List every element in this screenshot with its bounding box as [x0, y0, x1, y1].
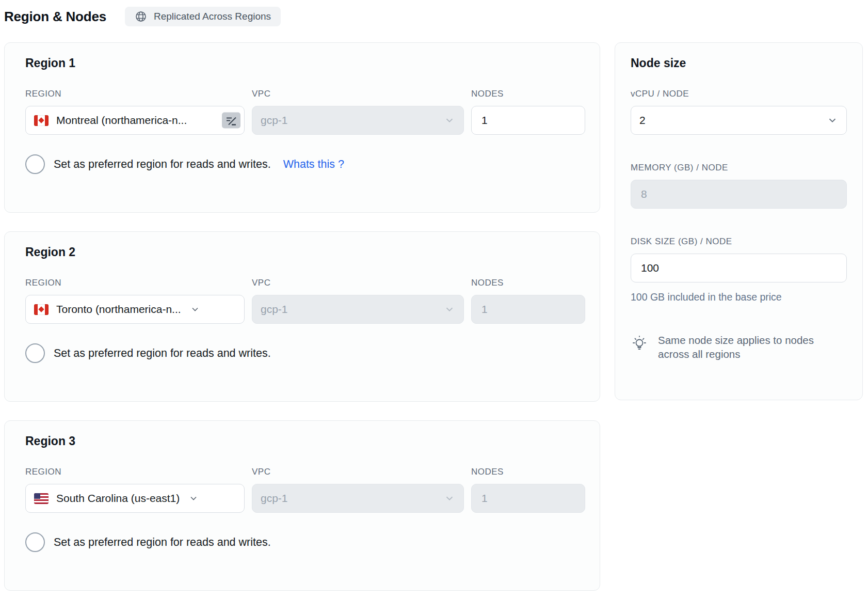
region-2-vpc-value: gcp-1 — [261, 303, 288, 316]
node-size-title: Node size — [631, 56, 847, 70]
canada-flag-icon — [34, 115, 49, 126]
region-2-preferred-label: Set as preferred region for reads and wr… — [54, 347, 271, 360]
region-1-preferred-radio[interactable] — [25, 154, 45, 174]
chevron-down-icon — [188, 493, 199, 503]
region-3-nodes-input — [471, 484, 585, 513]
main-layout: Region 1 REGION Montreal (northamerica-n… — [4, 42, 863, 591]
region-3-title: Region 3 — [25, 434, 584, 448]
chevron-down-icon — [444, 304, 455, 315]
vcpu-field: vCPU / NODE 2 — [631, 89, 847, 135]
page-title: Region & Nodes — [4, 9, 106, 25]
region-field-label: REGION — [25, 467, 245, 477]
vpc-field-label: VPC — [252, 89, 464, 99]
region-1-fields: REGION Montreal (northamerica-n... — [25, 89, 584, 135]
region-2-region-value: Toronto (northamerica-n... — [56, 303, 181, 316]
region-2-title: Region 2 — [25, 245, 584, 259]
chevron-down-icon — [190, 304, 200, 314]
region-2-nodes-field: NODES — [471, 278, 585, 324]
memory-field-label: MEMORY (GB) / NODE — [631, 163, 847, 173]
region-3-preferred-radio[interactable] — [25, 532, 45, 552]
chevron-down-icon — [444, 115, 455, 126]
region-1-region-value: Montreal (northamerica-n... — [56, 114, 187, 127]
region-1-vpc-select: gcp-1 — [252, 106, 464, 135]
vpc-field-label: VPC — [252, 467, 464, 477]
region-3-card: Region 3 REGION South Carolina (us-east1… — [4, 420, 600, 591]
lightbulb-icon — [631, 333, 648, 355]
region-3-vpc-select: gcp-1 — [252, 484, 464, 513]
node-size-tip-text: Same node size applies to nodes across a… — [658, 333, 828, 361]
region-2-preferred-radio[interactable] — [25, 343, 45, 363]
globe-icon — [135, 10, 147, 23]
region-3-region-select[interactable]: South Carolina (us-east1) — [25, 484, 245, 513]
region-1-vpc-field: VPC gcp-1 — [252, 89, 464, 135]
region-3-preferred-row: Set as preferred region for reads and wr… — [25, 532, 584, 552]
region-2-region-select[interactable]: Toronto (northamerica-n... — [25, 295, 245, 324]
region-3-preferred-label: Set as preferred region for reads and wr… — [54, 536, 271, 549]
disk-size-field: DISK SIZE (GB) / NODE 100 GB included in… — [631, 237, 847, 303]
region-3-fields: REGION South Carolina (us-east1) VPC — [25, 467, 584, 513]
region-field-label: REGION — [25, 89, 245, 99]
cursor-artifact-icon — [222, 113, 240, 129]
vpc-field-label: VPC — [252, 278, 464, 288]
memory-field: MEMORY (GB) / NODE — [631, 163, 847, 209]
region-2-preferred-row: Set as preferred region for reads and wr… — [25, 343, 584, 363]
nodes-field-label: NODES — [471, 278, 585, 288]
region-1-region-select[interactable]: Montreal (northamerica-n... — [25, 106, 245, 135]
replication-badge: Replicated Across Regions — [125, 7, 281, 26]
chevron-down-icon — [827, 115, 838, 126]
memory-input — [631, 180, 847, 209]
chevron-down-icon — [444, 493, 455, 504]
region-nodes-page: Region & Nodes Replicated Across Regions… — [0, 0, 868, 591]
vcpu-select[interactable]: 2 — [631, 106, 847, 135]
disk-size-input[interactable] — [631, 254, 847, 282]
region-2-nodes-input — [471, 295, 585, 324]
disk-size-field-label: DISK SIZE (GB) / NODE — [631, 237, 847, 247]
replication-badge-label: Replicated Across Regions — [154, 11, 271, 22]
region-3-vpc-field: VPC gcp-1 — [252, 467, 464, 513]
region-1-preferred-row: Set as preferred region for reads and wr… — [25, 154, 584, 174]
nodes-field-label: NODES — [471, 467, 585, 477]
region-3-vpc-value: gcp-1 — [261, 492, 288, 505]
page-header: Region & Nodes Replicated Across Regions — [4, 5, 863, 28]
us-flag-icon — [34, 493, 49, 504]
nodes-field-label: NODES — [471, 89, 585, 99]
region-field-label: REGION — [25, 278, 245, 288]
disk-size-note: 100 GB included in the base price — [631, 291, 847, 303]
region-1-region-field: REGION Montreal (northamerica-n... — [25, 89, 245, 135]
region-2-region-field: REGION Toronto (northamerica-n... — [25, 278, 245, 324]
region-2-fields: REGION Toronto (northamerica-n... VPC — [25, 278, 584, 324]
region-2-vpc-field: VPC gcp-1 — [252, 278, 464, 324]
region-3-region-value: South Carolina (us-east1) — [56, 492, 180, 505]
canada-flag-icon — [34, 304, 49, 315]
vcpu-field-label: vCPU / NODE — [631, 89, 847, 99]
region-2-card: Region 2 REGION Toronto (northamerica-n.… — [4, 231, 600, 402]
regions-column: Region 1 REGION Montreal (northamerica-n… — [4, 42, 600, 591]
region-1-nodes-field: NODES — [471, 89, 585, 135]
region-1-preferred-label: Set as preferred region for reads and wr… — [54, 158, 271, 171]
region-3-region-field: REGION South Carolina (us-east1) — [25, 467, 245, 513]
whats-this-link[interactable]: Whats this ? — [283, 158, 344, 171]
region-1-vpc-value: gcp-1 — [261, 114, 288, 127]
node-size-tip: Same node size applies to nodes across a… — [631, 333, 847, 361]
region-3-nodes-field: NODES — [471, 467, 585, 513]
node-size-card: Node size vCPU / NODE 2 MEMORY (GB) / NO… — [615, 42, 863, 400]
region-1-card: Region 1 REGION Montreal (northamerica-n… — [4, 42, 600, 213]
region-2-vpc-select: gcp-1 — [252, 295, 464, 324]
region-1-nodes-input[interactable] — [471, 106, 585, 135]
vcpu-value: 2 — [639, 114, 646, 127]
region-1-title: Region 1 — [25, 56, 584, 70]
